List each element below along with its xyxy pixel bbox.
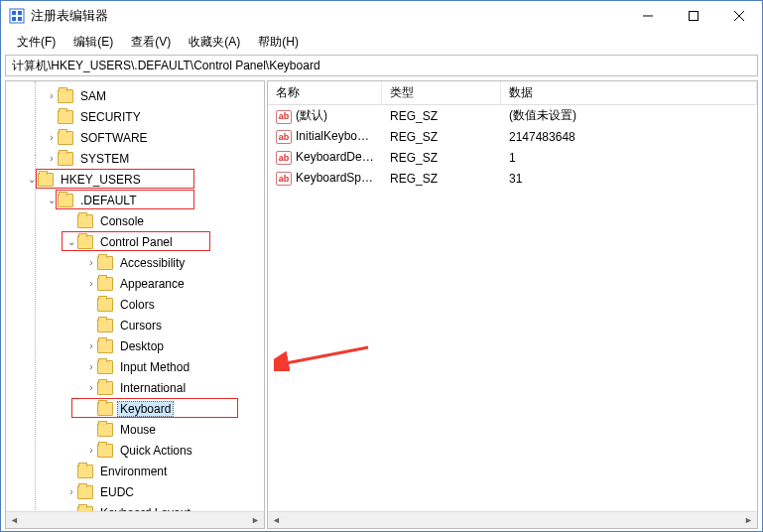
chevron-down-icon[interactable]: ⌄ bbox=[26, 174, 38, 185]
chevron-right-icon[interactable]: › bbox=[46, 153, 58, 164]
tree-item-environment[interactable]: Environment bbox=[6, 461, 264, 481]
scroll-track[interactable] bbox=[285, 512, 740, 529]
tree-label: SYSTEM bbox=[77, 151, 132, 167]
minimize-button[interactable] bbox=[625, 1, 671, 31]
column-header-name[interactable]: 名称 bbox=[268, 80, 382, 105]
column-header-type[interactable]: 类型 bbox=[382, 80, 501, 105]
folder-icon bbox=[97, 360, 113, 374]
addressbar[interactable]: 计算机\HKEY_USERS\.DEFAULT\Control Panel\Ke… bbox=[5, 55, 758, 76]
tree-item-control-panel[interactable]: ⌄Control Panel bbox=[6, 231, 264, 252]
close-button[interactable] bbox=[716, 1, 762, 31]
registry-tree: ›SAM SECURITY ›SOFTWARE ›SYSTEM ⌄HKEY_US… bbox=[6, 81, 264, 529]
string-value-icon: ab bbox=[276, 130, 292, 144]
menu-favorites[interactable]: 收藏夹(A) bbox=[181, 32, 248, 53]
chevron-right-icon[interactable]: › bbox=[85, 382, 97, 393]
list-row[interactable]: abKeyboardSpeedREG_SZ31 bbox=[268, 168, 757, 189]
tree-item-quick-actions[interactable]: ›Quick Actions bbox=[6, 440, 264, 461]
cell-data: (数值未设置) bbox=[501, 107, 757, 124]
column-header-data[interactable]: 数据 bbox=[501, 80, 757, 105]
tree-item-eudc[interactable]: ›EUDC bbox=[6, 481, 264, 502]
svg-rect-4 bbox=[18, 17, 22, 21]
chevron-right-icon[interactable]: › bbox=[85, 257, 97, 268]
folder-icon bbox=[97, 298, 113, 312]
cell-data: 31 bbox=[501, 172, 757, 186]
scroll-left-button[interactable]: ◄ bbox=[268, 512, 285, 529]
tree-label: Desktop bbox=[117, 338, 167, 354]
tree-item-appearance[interactable]: ›Appearance bbox=[6, 273, 264, 294]
folder-icon bbox=[97, 339, 113, 353]
tree-item-hkey-users[interactable]: ⌄HKEY_USERS bbox=[6, 169, 264, 190]
folder-icon bbox=[97, 423, 113, 437]
tree-item-sam[interactable]: ›SAM bbox=[6, 85, 264, 106]
menu-help[interactable]: 帮助(H) bbox=[250, 32, 307, 53]
menu-view[interactable]: 查看(V) bbox=[123, 32, 179, 53]
scroll-right-button[interactable]: ► bbox=[740, 512, 757, 529]
list-row[interactable]: abInitialKeyboar...REG_SZ2147483648 bbox=[268, 126, 757, 147]
tree-label: HKEY_USERS bbox=[58, 172, 144, 188]
folder-icon bbox=[97, 277, 113, 291]
tree-label: SECURITY bbox=[77, 109, 144, 125]
folder-icon bbox=[58, 110, 73, 124]
tree-item-international[interactable]: ›International bbox=[6, 377, 264, 398]
tree-item-security[interactable]: SECURITY bbox=[6, 106, 264, 127]
scroll-track[interactable] bbox=[23, 512, 247, 529]
folder-icon bbox=[97, 256, 113, 270]
tree-item-input-method[interactable]: ›Input Method bbox=[6, 356, 264, 377]
horizontal-scrollbar[interactable]: ◄ ► bbox=[268, 511, 757, 528]
titlebar: 注册表编辑器 bbox=[1, 1, 762, 31]
tree-item-mouse[interactable]: Mouse bbox=[6, 419, 264, 440]
list-body: ab(默认)REG_SZ(数值未设置)abInitialKeyboar...RE… bbox=[268, 105, 757, 189]
list-header: 名称 类型 数据 bbox=[268, 81, 757, 105]
folder-icon bbox=[97, 319, 113, 332]
chevron-right-icon[interactable]: › bbox=[85, 445, 97, 456]
svg-line-10 bbox=[286, 347, 368, 363]
list-row[interactable]: abKeyboardDelayREG_SZ1 bbox=[268, 147, 757, 168]
folder-icon bbox=[58, 89, 73, 103]
horizontal-scrollbar[interactable]: ◄ ► bbox=[6, 511, 264, 528]
content-area: ›SAM SECURITY ›SOFTWARE ›SYSTEM ⌄HKEY_US… bbox=[1, 80, 762, 529]
scroll-left-button[interactable]: ◄ bbox=[6, 512, 23, 529]
chevron-right-icon[interactable]: › bbox=[85, 278, 97, 289]
svg-rect-1 bbox=[12, 11, 16, 15]
tree-item-colors[interactable]: Colors bbox=[6, 294, 264, 315]
chevron-down-icon[interactable]: ⌄ bbox=[65, 236, 77, 247]
tree-label: Environment bbox=[97, 464, 170, 479]
cell-data: 1 bbox=[501, 151, 757, 165]
tree-pane[interactable]: ›SAM SECURITY ›SOFTWARE ›SYSTEM ⌄HKEY_US… bbox=[5, 80, 265, 529]
tree-item-console[interactable]: Console bbox=[6, 210, 264, 231]
chevron-right-icon[interactable]: › bbox=[85, 340, 97, 351]
tree-item-system[interactable]: ›SYSTEM bbox=[6, 148, 264, 169]
folder-icon bbox=[77, 465, 93, 478]
chevron-right-icon[interactable]: › bbox=[65, 486, 77, 497]
cell-name: abKeyboardDelay bbox=[268, 150, 382, 166]
tree-item-desktop[interactable]: ›Desktop bbox=[6, 335, 264, 356]
list-pane[interactable]: 名称 类型 数据 ab(默认)REG_SZ(数值未设置)abInitialKey… bbox=[267, 80, 758, 529]
cell-type: REG_SZ bbox=[382, 151, 501, 165]
chevron-right-icon[interactable]: › bbox=[65, 528, 77, 529]
cell-name: abInitialKeyboar... bbox=[268, 129, 382, 145]
tree-item-default[interactable]: ⌄.DEFAULT bbox=[6, 190, 264, 210]
tree-label: SAM bbox=[77, 88, 109, 104]
list-row[interactable]: ab(默认)REG_SZ(数值未设置) bbox=[268, 105, 757, 126]
tree-item-accessibility[interactable]: ›Accessibility bbox=[6, 252, 264, 273]
menubar: 文件(F) 编辑(E) 查看(V) 收藏夹(A) 帮助(H) bbox=[1, 31, 762, 53]
tree-label: .DEFAULT bbox=[77, 193, 139, 208]
scroll-right-button[interactable]: ► bbox=[247, 512, 264, 529]
cell-type: REG_SZ bbox=[382, 172, 501, 186]
maximize-button[interactable] bbox=[671, 1, 716, 31]
address-path: 计算机\HKEY_USERS\.DEFAULT\Control Panel\Ke… bbox=[12, 58, 320, 74]
tree-item-software[interactable]: ›SOFTWARE bbox=[6, 127, 264, 148]
chevron-right-icon[interactable]: › bbox=[46, 90, 58, 101]
chevron-down-icon[interactable]: ⌄ bbox=[46, 195, 58, 205]
chevron-right-icon[interactable]: › bbox=[46, 132, 58, 143]
tree-item-cursors[interactable]: Cursors bbox=[6, 315, 264, 335]
svg-rect-2 bbox=[18, 11, 22, 15]
menu-edit[interactable]: 编辑(E) bbox=[65, 32, 121, 53]
tree-label: Console bbox=[97, 213, 147, 229]
chevron-right-icon[interactable]: › bbox=[85, 361, 97, 372]
tree-item-keyboard[interactable]: Keyboard bbox=[6, 398, 264, 419]
tree-label: Colors bbox=[117, 297, 158, 313]
folder-icon bbox=[58, 131, 73, 145]
folder-icon bbox=[58, 194, 73, 207]
menu-file[interactable]: 文件(F) bbox=[9, 32, 64, 53]
